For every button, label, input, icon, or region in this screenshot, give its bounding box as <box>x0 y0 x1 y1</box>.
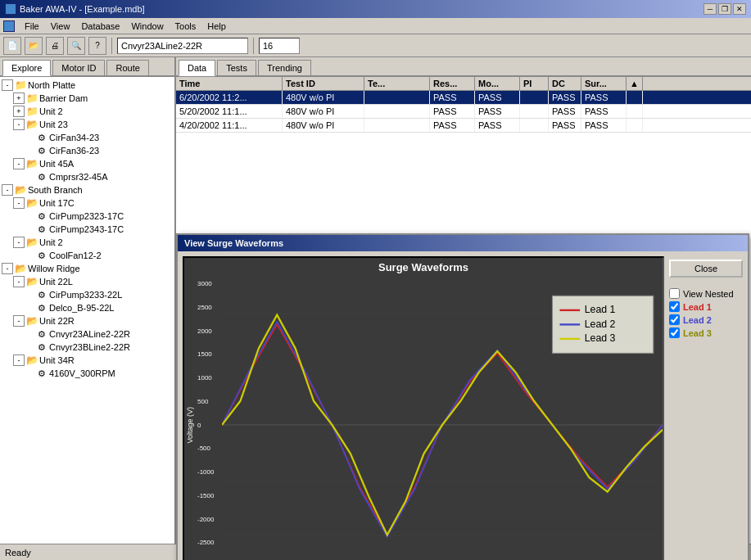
tree-node-cnvyr23a[interactable]: ⚙ Cnvyr23ALine2-22R <box>25 327 173 341</box>
lead1-line <box>222 324 663 535</box>
expander-unit45a[interactable]: - <box>13 158 25 169</box>
label-south-branch: South Branch <box>28 185 83 195</box>
cell-res-1: PASS <box>430 105 475 118</box>
tree-node-unit45a: - 📂 Unit 45A ⚙ Cmprsr32-45A <box>13 157 173 183</box>
menu-tools[interactable]: Tools <box>170 20 201 33</box>
expander-south-branch[interactable]: - <box>2 184 13 196</box>
expander-unit17c[interactable]: - <box>13 197 25 209</box>
open-button[interactable]: 📂 <box>25 37 43 55</box>
print-button[interactable]: 🖨 <box>46 37 64 55</box>
y-axis-label: Voltage (V) <box>186 407 194 444</box>
tree-node-cmprsr[interactable]: ⚙ Cmprsr32-45A <box>25 170 173 183</box>
tree-node-delco[interactable]: ⚙ Delco_B-95-22L <box>25 301 173 314</box>
expander-barrier-dam[interactable]: + <box>13 93 25 104</box>
table-row[interactable]: 6/20/2002 11:2... 480V w/o PI PASS PASS … <box>176 91 751 105</box>
expander-unit2[interactable]: + <box>13 106 25 117</box>
icon-cirfan36: ⚙ <box>36 145 48 156</box>
expander-north-platte[interactable]: - <box>2 79 13 91</box>
tab-explore[interactable]: Explore <box>2 60 51 76</box>
tab-data[interactable]: Data <box>179 60 215 76</box>
chart-area: Surge Waveforms Voltage (V) 3000 2500 20… <box>183 256 664 560</box>
expander-unit34r[interactable]: - <box>13 355 25 366</box>
cell-testid-2: 480V w/o PI <box>283 119 364 132</box>
tree-node-unit2: + 📁 Unit 2 <box>13 105 173 118</box>
col-te: Te... <box>364 77 430 90</box>
cell-dc-1: PASS <box>549 105 581 118</box>
help-button[interactable]: ? <box>88 37 106 55</box>
svg-text:Lead 3: Lead 3 <box>585 332 616 344</box>
expander-unit22l[interactable]: - <box>13 276 25 287</box>
icon-4160v: ⚙ <box>36 368 48 379</box>
menu-database[interactable]: Database <box>76 20 124 33</box>
cell-testid-0: 480V w/o PI <box>283 91 364 104</box>
menu-window[interactable]: Window <box>126 20 168 33</box>
view-nested-checkbox[interactable] <box>669 288 680 299</box>
status-text: Ready <box>5 548 31 558</box>
unit17c-children: ⚙ CirPump2323-17C ⚙ CirPump2343-17C <box>25 210 173 236</box>
tree-node-unit22r: - 📂 Unit 22R ⚙ Cnvyr23ALine2-22R <box>13 314 173 354</box>
cell-te-2 <box>364 119 430 132</box>
tree-node-cirfan34[interactable]: ⚙ CirFan34-23 <box>25 131 173 144</box>
tab-route[interactable]: Route <box>106 60 148 75</box>
menu-help[interactable]: Help <box>202 20 231 33</box>
restore-button[interactable]: ❐ <box>718 3 731 15</box>
tree-node-cirfan36[interactable]: ⚙ CirFan36-23 <box>25 144 173 157</box>
number-input[interactable] <box>259 38 300 54</box>
label-sb-unit2: Unit 2 <box>39 237 63 247</box>
tree-node-south-branch: - 📂 South Branch - 📂 Unit 17C <box>2 183 173 262</box>
col-test-id: Test ID <box>283 77 364 90</box>
expander-unit23[interactable]: - <box>13 119 25 130</box>
unit23-children: ⚙ CirFan34-23 ⚙ CirFan36-23 <box>25 131 173 157</box>
title-bar: Baker AWA-IV - [Example.mdb] ─ ❐ ✕ <box>0 0 751 18</box>
tree-node-coolfan[interactable]: ⚙ CoolFan12-2 <box>25 249 173 262</box>
label-cmprsr: Cmprsr32-45A <box>49 172 108 182</box>
menu-file[interactable]: File <box>20 20 44 33</box>
tree-node-4160v[interactable]: ⚙ 4160V_300RPM <box>25 367 173 380</box>
tab-tests[interactable]: Tests <box>217 60 256 75</box>
tree-node-unit17c: - 📂 Unit 17C ⚙ CirPump2323-17C <box>13 196 173 236</box>
table-row[interactable]: 4/20/2002 11:1... 480V w/o PI PASS PASS … <box>176 119 751 133</box>
minimize-button[interactable]: ─ <box>703 3 717 15</box>
close-dialog-button[interactable]: Close <box>669 260 743 278</box>
table-row[interactable]: 5/20/2002 11:1... 480V w/o PI PASS PASS … <box>176 105 751 119</box>
unit34r-children: ⚙ 4160V_300RPM <box>25 367 173 380</box>
tree-node-cirpump2343[interactable]: ⚙ CirPump2343-17C <box>25 223 173 236</box>
label-cirfan34: CirFan34-23 <box>49 133 99 142</box>
expander-sb-unit2[interactable]: - <box>13 237 25 248</box>
new-button[interactable]: 📄 <box>3 37 21 55</box>
sb-unit2-children: ⚙ CoolFan12-2 <box>25 249 173 262</box>
label-north-platte: North Platte <box>28 80 75 90</box>
close-button[interactable]: ✕ <box>733 3 746 15</box>
label-unit22l: Unit 22L <box>39 277 73 287</box>
tab-motor-id[interactable]: Motor ID <box>52 60 105 75</box>
tree-node-cnvyr23b[interactable]: ⚙ Cnvyr23BLine2-22R <box>25 341 173 354</box>
cell-dc-2: PASS <box>549 119 581 132</box>
tree-node-unit23: - 📂 Unit 23 ⚙ CirFan34-23 <box>13 118 173 157</box>
tree-node-cirpump3233[interactable]: ⚙ CirPump3233-22L <box>25 288 173 301</box>
tree-node-cirpump2323[interactable]: ⚙ CirPump2323-17C <box>25 210 173 223</box>
surge-waveforms-dialog: View Surge Waveforms Surge Waveforms Vol… <box>176 233 749 560</box>
cell-testid-1: 480V w/o PI <box>283 105 364 118</box>
tab-trending[interactable]: Trending <box>258 60 311 75</box>
lead2-checkbox[interactable] <box>669 314 680 325</box>
tree-container: - 📁 North Platte + 📁 Barrier Dam <box>0 77 174 544</box>
col-res: Res... <box>430 77 475 90</box>
unit22r-children: ⚙ Cnvyr23ALine2-22R ⚙ Cnvyr23BLine2-22R <box>25 327 173 354</box>
cell-sur-1: PASS <box>581 105 627 118</box>
cell-pi-2 <box>520 119 549 132</box>
tree-node-barrier-dam: + 📁 Barrier Dam <box>13 92 173 105</box>
icon-cirpump3233: ⚙ <box>36 289 48 300</box>
expander-willow-ridge[interactable]: - <box>2 263 13 274</box>
lead1-checkbox[interactable] <box>669 301 680 312</box>
menu-view[interactable]: View <box>46 20 75 33</box>
tree-node-unit34r: - 📂 Unit 34R ⚙ 4160V_300RPM <box>13 354 173 380</box>
cell-res-2: PASS <box>430 119 475 132</box>
label-cnvyr23a: Cnvyr23ALine2-22R <box>49 329 130 339</box>
device-id-input[interactable] <box>117 38 248 54</box>
lead3-checkbox[interactable] <box>669 327 680 338</box>
expander-unit22r[interactable]: - <box>13 315 25 327</box>
folder-icon-sb-unit2: 📂 <box>26 237 38 248</box>
cell-te-0 <box>364 91 430 104</box>
preview-button[interactable]: 🔍 <box>67 37 85 55</box>
checkbox-group: View Nested Lead 1 Lead 2 Lead 3 <box>669 286 743 341</box>
